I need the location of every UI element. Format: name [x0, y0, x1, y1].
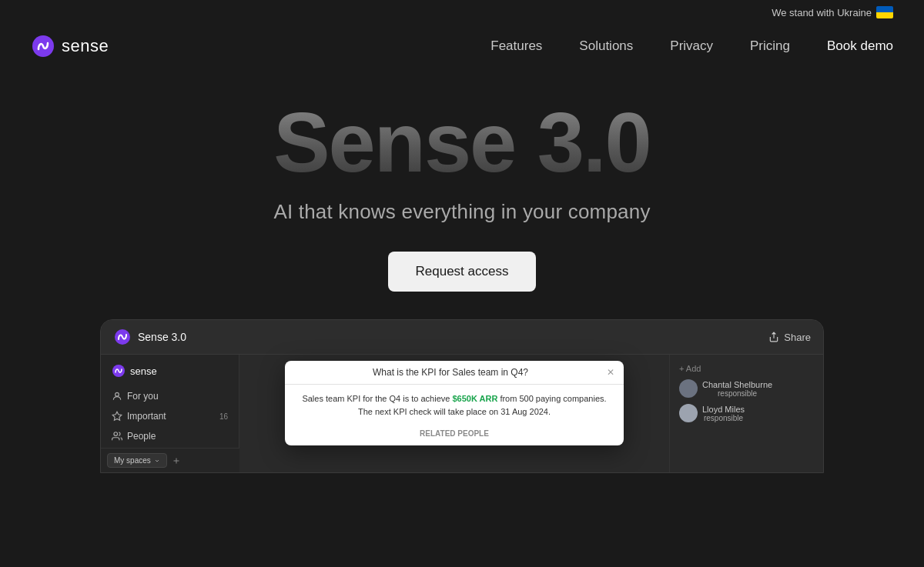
avatar-lloyd: [679, 404, 698, 422]
sidebar-logo-row: sense: [107, 364, 233, 378]
nav-links: Features Solutions Privacy Pricing Book …: [490, 38, 893, 54]
video-sidebar: sense For you Important 16: [101, 355, 239, 473]
add-label: + Add: [679, 364, 701, 373]
sidebar-item-foryou[interactable]: For you: [107, 387, 233, 405]
share-label: Share: [784, 332, 811, 343]
person-icon: [112, 391, 122, 402]
sidebar-item-people[interactable]: People: [107, 427, 233, 445]
request-access-button[interactable]: Request access: [388, 252, 537, 292]
person-role-2: responsible: [702, 414, 745, 422]
search-input-row: What is the KPI for Sales team in Q4? ✕: [285, 361, 624, 385]
video-logo-icon: [113, 328, 132, 346]
video-preview: Sense 3.0 Share sense: [100, 319, 824, 473]
ukraine-flag-icon: [876, 6, 893, 18]
video-title: Sense 3.0: [138, 331, 186, 343]
nav-privacy[interactable]: Privacy: [670, 38, 713, 54]
ukraine-text: We stand with Ukraine: [772, 6, 893, 18]
add-space-icon[interactable]: [172, 456, 181, 465]
person-role-1: responsible: [702, 389, 772, 398]
nav-pricing[interactable]: Pricing: [750, 38, 790, 54]
video-content: sense For you Important 16: [101, 355, 823, 473]
logo-text: sense: [62, 36, 109, 56]
sidebar-item-important-label: Important: [127, 411, 166, 422]
sidebar-item-people-label: People: [127, 431, 156, 442]
spaces-label: My spaces: [114, 456, 151, 465]
logo[interactable]: sense: [31, 34, 109, 58]
video-header: Sense 3.0 Share: [101, 320, 823, 355]
ukraine-label: We stand with Ukraine: [772, 7, 872, 18]
video-bottom-bar: My spaces: [101, 448, 239, 472]
video-logo-area: Sense 3.0: [113, 328, 186, 346]
person-name-1: Chantal Shelburne: [702, 380, 772, 389]
related-title: Related people: [420, 429, 489, 438]
chevron-down-icon: [154, 458, 160, 464]
highlight-arr: $650K ARR: [452, 394, 497, 403]
people-icon: [112, 431, 122, 442]
svg-point-5: [114, 432, 118, 436]
person-name-2: Lloyd Miles: [702, 405, 745, 414]
hero-section: Sense 3.0 AI that knows everything in yo…: [0, 77, 924, 496]
navbar: sense Features Solutions Privacy Pricing…: [0, 25, 924, 77]
sidebar-item-important-count: 16: [219, 412, 228, 421]
nav-features[interactable]: Features: [490, 38, 542, 54]
person-row-1: Chantal Shelburne responsible: [679, 379, 814, 398]
related-section: Related people: [285, 425, 624, 445]
sidebar-brand-icon: [112, 364, 126, 378]
add-button[interactable]: + Add: [679, 364, 814, 373]
star-icon: [112, 411, 122, 422]
video-main-content: What is the KPI for Sales team in Q4? ✕ …: [239, 355, 669, 473]
search-modal: What is the KPI for Sales team in Q4? ✕ …: [285, 361, 624, 445]
search-result: Sales team KPI for the Q4 is to achieve …: [285, 385, 624, 425]
svg-marker-4: [112, 412, 122, 420]
logo-icon: [31, 34, 55, 58]
person-row-2: Lloyd Miles responsible: [679, 404, 814, 422]
search-query-text: What is the KPI for Sales team in Q4?: [294, 367, 607, 378]
sidebar-brand-name: sense: [130, 365, 157, 377]
spaces-select[interactable]: My spaces: [107, 453, 167, 468]
avatar-chantal: [679, 379, 698, 398]
top-banner: We stand with Ukraine: [0, 0, 924, 25]
book-demo-button[interactable]: Book demo: [827, 38, 893, 54]
search-result-text: Sales team KPI for the Q4 is to achieve …: [294, 392, 614, 418]
nav-solutions[interactable]: Solutions: [579, 38, 633, 54]
search-close-icon[interactable]: ✕: [607, 367, 614, 378]
sidebar-item-foryou-label: For you: [127, 391, 159, 402]
share-button[interactable]: Share: [768, 332, 811, 343]
hero-title: Sense 3.0: [273, 100, 651, 185]
sidebar-item-important[interactable]: Important 16: [107, 407, 233, 425]
hero-subtitle: AI that knows everything in your company: [273, 200, 650, 224]
video-right-panel: + Add Chantal Shelburne responsible Lloy…: [669, 355, 823, 473]
svg-point-3: [116, 392, 119, 396]
